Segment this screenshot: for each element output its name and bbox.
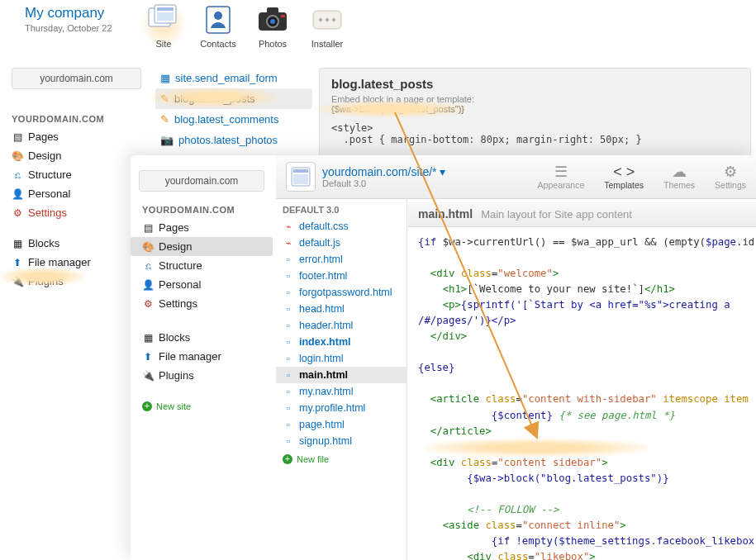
domain-select[interactable]: yourdomain.com (139, 170, 264, 192)
label: Structure (28, 168, 72, 181)
html-icon: ▫ (283, 354, 294, 363)
photos-app-icon (256, 3, 289, 36)
nav-design[interactable]: 🎨Design (131, 237, 273, 256)
front-sidebar: yourdomain.com YOURDOMAIN.COM ▤Pages 🎨De… (131, 155, 273, 560)
file-item[interactable]: ▫error.html (276, 251, 407, 268)
file-item[interactable]: ⌁default.css (276, 218, 407, 235)
block-item[interactable]: ▦site.send_email_form (155, 68, 312, 88)
nav-design[interactable]: 🎨Design (7, 146, 147, 165)
label: Design (28, 149, 61, 162)
html-icon: ▫ (283, 271, 294, 281)
nav-blocks[interactable]: ▦Blocks (7, 234, 147, 253)
new-file-link[interactable]: +New file (276, 449, 407, 469)
js-icon: ⌁ (283, 238, 294, 249)
file-item[interactable]: ⌁default.js (276, 235, 407, 251)
svg-rect-7 (267, 7, 278, 14)
plus-icon: + (142, 401, 152, 411)
company-name[interactable]: My company (25, 5, 112, 21)
new-site-link[interactable]: +New site (131, 396, 273, 416)
filename: main.html (418, 207, 473, 221)
html-icon: ▫ (283, 387, 294, 396)
label: Templates (604, 180, 644, 190)
plug-icon: 🔌 (12, 276, 23, 287)
label: Themes (663, 180, 695, 190)
nav-settings[interactable]: ⚙Settings (7, 203, 147, 222)
app-contacts[interactable]: Contacts (195, 0, 241, 49)
nav-plugins[interactable]: 🔌Plugins (7, 272, 147, 291)
label: photos.latest_photos (178, 134, 278, 146)
app-photos[interactable]: Photos (250, 0, 296, 49)
toolbar-templates[interactable]: < >Templates (604, 164, 644, 190)
label: footer.html (299, 270, 347, 282)
file-item[interactable]: ▫header.html (276, 317, 407, 334)
label: my.nav.html (299, 386, 354, 397)
nav-pages[interactable]: ▤Pages (131, 218, 273, 237)
svg-rect-17 (293, 174, 308, 184)
pencil-icon: ✎ (160, 93, 169, 105)
html-icon: ▫ (283, 320, 294, 330)
html-icon: ▫ (283, 420, 294, 429)
file-item-selected[interactable]: ▫main.html (276, 367, 407, 383)
file-item[interactable]: ▫my.nav.html (276, 383, 407, 400)
app-site[interactable]: Site (140, 0, 187, 49)
file-item[interactable]: ▫index.html (276, 334, 407, 350)
file-item[interactable]: ▫my.profile.html (276, 400, 407, 416)
label: signup.html (299, 435, 352, 447)
file-description: Main layout for Site app content (481, 208, 632, 221)
files-panel: DEFAULT 3.0 ⌁default.css ⌁default.js ▫er… (276, 198, 407, 560)
block-source[interactable]: <style> .post { margin-bottom: 80px; mar… (331, 122, 739, 145)
label: page.html (299, 419, 345, 430)
breadcrumb-url[interactable]: yourdomain.com/site/* ▾ (322, 165, 445, 178)
nav-filemanager[interactable]: ⬆File manager (7, 253, 147, 272)
file-item[interactable]: ▫footer.html (276, 268, 407, 284)
svg-point-14 (332, 18, 335, 21)
label: Plugins (159, 369, 194, 382)
file-item[interactable]: ▫page.html (276, 416, 407, 433)
nav-settings[interactable]: ⚙Settings (131, 294, 273, 313)
file-item[interactable]: ▫signup.html (276, 433, 407, 449)
block-item-selected[interactable]: ✎blog.latest_posts (155, 88, 312, 109)
label: Pages (28, 131, 59, 143)
block-item[interactable]: 📷photos.latest_photos (155, 130, 312, 150)
code-editor[interactable]: {if $wa->currentUrl() == $wa_app_url && … (408, 226, 756, 560)
label: Personal (159, 278, 201, 291)
app-installer[interactable]: Installer (304, 0, 350, 49)
nav-pages[interactable]: ▤Pages (7, 127, 147, 146)
domain-select[interactable]: yourdomain.com (12, 68, 141, 89)
toolbar-themes[interactable]: ☁Themes (663, 164, 695, 190)
nav-structure[interactable]: ⎌Structure (131, 256, 273, 275)
html-icon: ▫ (283, 436, 294, 446)
embed-code[interactable]: {$wa->block("blog.latest_posts")} (331, 104, 739, 114)
file-item[interactable]: ▫forgotpassword.html (276, 284, 407, 301)
nav-personal[interactable]: 👤Personal (131, 275, 273, 294)
label: login.html (299, 353, 344, 364)
palette-icon: 🎨 (12, 150, 23, 162)
app-label: Photos (259, 39, 287, 49)
svg-point-9 (270, 19, 275, 24)
html-icon: ▫ (283, 304, 294, 314)
toolbar-settings[interactable]: ⚙Settings (715, 164, 746, 190)
nav-plugins[interactable]: 🔌Plugins (131, 366, 273, 385)
nav-blocks[interactable]: ▦Blocks (131, 328, 273, 347)
gear-icon: ⚙ (142, 298, 154, 310)
sidebar-heading: YOURDOMAIN.COM (131, 200, 273, 218)
nav-personal[interactable]: 👤Personal (7, 184, 147, 203)
block-item[interactable]: ✎blog.latest_comments (155, 109, 312, 130)
site-icon[interactable] (286, 162, 316, 192)
nav-filemanager[interactable]: ⬆File manager (131, 347, 273, 366)
label: File manager (28, 256, 91, 268)
apps-bar: Site Contacts Photos Installer (140, 0, 350, 49)
plug-icon: 🔌 (142, 370, 154, 382)
svg-point-13 (326, 18, 329, 21)
toolbar-appearance[interactable]: ☰Appearance (538, 164, 585, 190)
label: main.html (299, 369, 348, 381)
upload-icon: ⬆ (142, 351, 154, 363)
label: Settings (715, 180, 746, 190)
file-item[interactable]: ▫login.html (276, 350, 407, 367)
file-item[interactable]: ▫head.html (276, 301, 407, 317)
label: index.html (299, 336, 351, 348)
blocks-icon: ▦ (12, 238, 23, 249)
breadcrumb[interactable]: yourdomain.com/site/* ▾ Default 3.0 (322, 165, 445, 188)
nav-structure[interactable]: ⎌Structure (7, 165, 147, 184)
palette-icon: 🎨 (142, 241, 154, 253)
